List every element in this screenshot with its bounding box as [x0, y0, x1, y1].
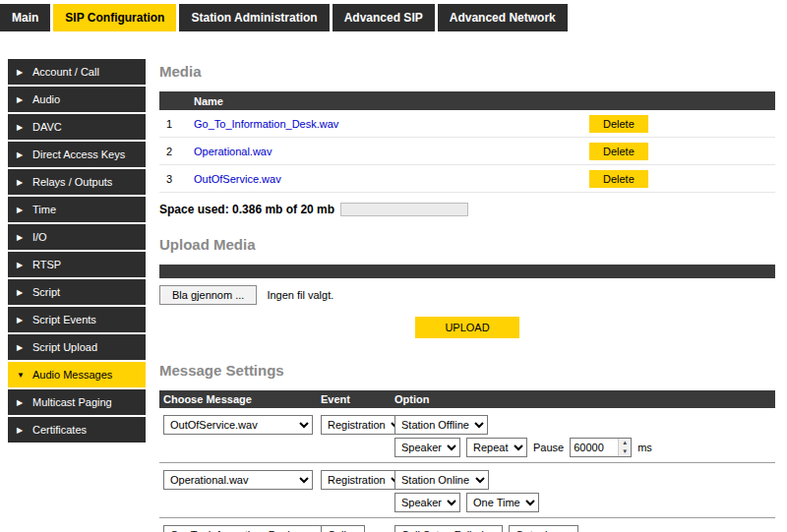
chevron-right-icon: ▶: [17, 178, 25, 187]
message-select[interactable]: OutOfService.wav: [163, 415, 313, 435]
upload-button[interactable]: UPLOAD: [415, 317, 518, 338]
sidebar-item-multicast-paging[interactable]: ▶ Multicast Paging: [8, 389, 146, 415]
spin-up-icon[interactable]: ▲: [619, 439, 631, 447]
spin-down-icon[interactable]: ▼: [619, 447, 631, 456]
sidebar-item-time[interactable]: ▶ Time: [8, 197, 146, 222]
sidebar-item-rtsp[interactable]: ▶ RTSP: [8, 252, 146, 277]
space-used-progress-bar: [340, 203, 468, 216]
event-select[interactable]: Registration: [321, 415, 404, 435]
sidebar-item-audio-messages[interactable]: ▼ Audio Messages: [8, 362, 146, 387]
sidebar-item-direct-access-keys[interactable]: ▶ Direct Access Keys: [8, 142, 146, 167]
sidebar-item-label: Relays / Outputs: [32, 176, 112, 188]
option-select[interactable]: Station Online: [394, 470, 489, 490]
option-select[interactable]: Call Setup Failed: [394, 525, 503, 532]
sidebar-item-script[interactable]: ▶ Script: [8, 279, 146, 305]
delete-button[interactable]: Delete: [589, 143, 648, 160]
chevron-right-icon: ▶: [17, 343, 25, 352]
sidebar-item-label: Script Upload: [32, 341, 97, 353]
space-used-label: Space used: 0.386 mb of 20 mb: [159, 203, 334, 216]
sidebar-item-label: Direct Access Keys: [32, 148, 125, 160]
direction-select[interactable]: Outgoing: [509, 525, 578, 532]
sidebar-item-label: Audio Messages: [32, 369, 112, 381]
mode-select[interactable]: Repeat: [466, 438, 527, 457]
row-index: 1: [159, 118, 194, 130]
chevron-right-icon: ▶: [17, 68, 25, 77]
sidebar: ▶ Account / Call ▶ Audio ▶ DAVC ▶ Direct…: [8, 59, 146, 532]
tab-main[interactable]: Main: [0, 4, 50, 31]
table-row: 3 OutOfService.wav Delete: [159, 165, 775, 193]
content-area: Media Name 1 Go_To_Information_Desk.wav …: [146, 59, 787, 532]
sidebar-item-label: RTSP: [32, 259, 61, 270]
sidebar-item-certificates[interactable]: ▶ Certificates: [8, 417, 146, 443]
chevron-right-icon: ▶: [17, 288, 25, 297]
event-select[interactable]: Call: [321, 525, 365, 532]
upload-table-header: [159, 265, 775, 278]
sidebar-item-account-call[interactable]: ▶ Account / Call: [8, 59, 146, 85]
media-file-link[interactable]: Operational.wav: [194, 146, 589, 157]
file-picker-row: Bla gjennom ... Ingen fil valgt.: [159, 285, 775, 305]
ms-unit-label: ms: [637, 442, 652, 453]
message-select[interactable]: Operational.wav: [163, 470, 313, 490]
sidebar-item-label: DAVC: [32, 121, 62, 133]
sidebar-item-script-events[interactable]: ▶ Script Events: [8, 307, 146, 332]
option-select[interactable]: Station Offline: [394, 415, 488, 435]
chevron-right-icon: ▶: [17, 398, 25, 407]
event-column-header: Event: [321, 393, 394, 405]
speaker-select[interactable]: Speaker: [394, 493, 460, 512]
row-index: 2: [159, 146, 194, 157]
tab-advanced-network[interactable]: Advanced Network: [438, 4, 568, 31]
sidebar-item-davc[interactable]: ▶ DAVC: [8, 114, 146, 140]
message-row: Go_To_Information_Desk.wav Call Call Set…: [159, 518, 775, 532]
pause-stepper: ▲ ▼: [570, 438, 632, 457]
chevron-right-icon: ▶: [17, 426, 25, 435]
sidebar-item-label: Script Events: [32, 314, 96, 325]
tab-station-administration[interactable]: Station Administration: [179, 4, 329, 31]
message-settings-heading: Message Settings: [159, 362, 775, 379]
media-heading: Media: [159, 63, 775, 80]
sidebar-item-io[interactable]: ▶ I/O: [8, 224, 146, 250]
sidebar-item-label: Multicast Paging: [32, 396, 112, 408]
chevron-down-icon: ▼: [17, 371, 25, 380]
speaker-select[interactable]: Speaker: [394, 438, 460, 457]
sidebar-item-label: Certificates: [32, 424, 87, 436]
tab-advanced-sip[interactable]: Advanced SIP: [333, 4, 435, 31]
sidebar-item-label: I/O: [32, 231, 47, 243]
media-file-link[interactable]: OutOfService.wav: [194, 173, 589, 185]
message-row: OutOfService.wav Registration Station Of…: [159, 408, 775, 463]
top-tab-bar: Main SIP Configuration Station Administr…: [0, 0, 787, 31]
sidebar-item-label: Time: [32, 204, 56, 215]
no-file-label: Ingen fil valgt.: [267, 289, 333, 301]
event-select[interactable]: Registration: [321, 470, 404, 490]
sidebar-item-label: Account / Call: [32, 66, 99, 78]
chevron-right-icon: ▶: [17, 123, 25, 132]
message-row: Operational.wav Registration Station Onl…: [159, 463, 775, 518]
main-layout: ▶ Account / Call ▶ Audio ▶ DAVC ▶ Direct…: [0, 59, 787, 532]
delete-button[interactable]: Delete: [589, 115, 648, 133]
chevron-right-icon: ▶: [17, 261, 25, 269]
chevron-right-icon: ▶: [17, 206, 25, 214]
chevron-right-icon: ▶: [17, 95, 25, 104]
pause-input[interactable]: [571, 439, 618, 456]
chevron-right-icon: ▶: [17, 150, 25, 159]
sidebar-item-relays-outputs[interactable]: ▶ Relays / Outputs: [8, 169, 146, 195]
pause-label: Pause: [533, 442, 564, 453]
sidebar-item-audio[interactable]: ▶ Audio: [8, 87, 146, 112]
name-column-header: Name: [194, 95, 223, 107]
space-used-row: Space used: 0.386 mb of 20 mb: [159, 203, 775, 216]
message-settings-header: Choose Message Event Option: [159, 390, 775, 408]
media-table-header: Name: [159, 91, 775, 110]
mode-select[interactable]: One Time: [466, 493, 539, 512]
message-select[interactable]: Go_To_Information_Desk.wav: [163, 525, 334, 532]
delete-button[interactable]: Delete: [589, 170, 648, 188]
tab-sip-configuration[interactable]: SIP Configuration: [53, 4, 176, 31]
sidebar-item-script-upload[interactable]: ▶ Script Upload: [8, 334, 146, 360]
table-row: 1 Go_To_Information_Desk.wav Delete: [159, 110, 775, 138]
row-index: 3: [159, 173, 194, 185]
sidebar-item-label: Script: [32, 286, 60, 298]
upload-media-heading: Upload Media: [159, 236, 775, 253]
sidebar-item-label: Audio: [32, 93, 60, 105]
chevron-right-icon: ▶: [17, 233, 25, 242]
media-file-link[interactable]: Go_To_Information_Desk.wav: [194, 118, 589, 130]
media-table: Name 1 Go_To_Information_Desk.wav Delete…: [159, 91, 775, 193]
browse-button[interactable]: Bla gjennom ...: [159, 285, 257, 305]
